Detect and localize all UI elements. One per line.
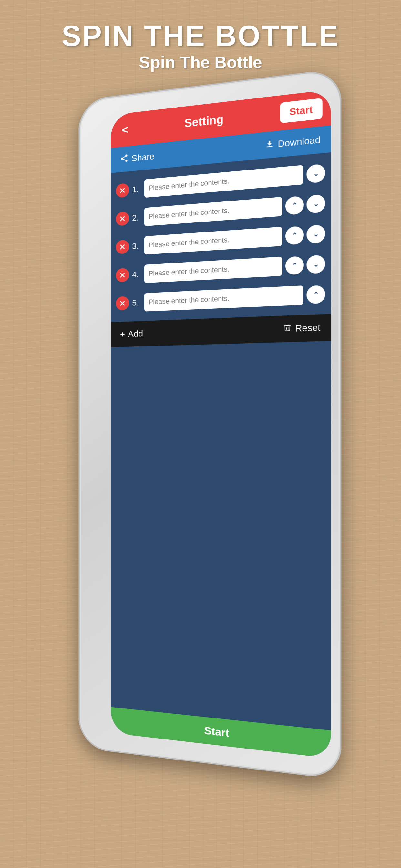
arrow-down-4[interactable]: ⌄ (306, 255, 325, 274)
arrow-up-4[interactable]: ⌃ (285, 256, 304, 275)
download-label: Download (278, 135, 320, 150)
arrow-buttons-5: ⌃ (306, 285, 325, 304)
footer-start-label: Start (204, 724, 229, 740)
start-button[interactable]: Start (280, 98, 322, 123)
svg-line-4 (123, 156, 125, 158)
reset-button[interactable]: Reset (283, 322, 320, 335)
arrow-up-2[interactable]: ⌃ (285, 196, 304, 215)
back-button[interactable]: < (118, 121, 132, 138)
trash-icon (283, 323, 291, 335)
delete-button-3[interactable] (116, 240, 129, 254)
row-number-2: 2. (132, 213, 141, 223)
row-number-1: 1. (132, 184, 141, 195)
arrow-down-1[interactable]: ⌄ (306, 164, 325, 183)
input-4[interactable] (144, 257, 282, 283)
page-title-main: SPIN THE BOTTLE (62, 20, 339, 53)
arrow-down-3[interactable]: ⌄ (306, 224, 325, 244)
row-number-4: 4. (132, 269, 141, 280)
arrow-down-2[interactable]: ⌄ (306, 194, 325, 214)
row-number-3: 3. (132, 241, 141, 251)
delete-button-4[interactable] (116, 268, 129, 282)
list-item: 5. ⌃ (116, 281, 326, 316)
share-icon (120, 153, 128, 165)
phone-screen: < Setting Start (111, 89, 331, 758)
svg-line-3 (123, 159, 125, 160)
svg-rect-5 (267, 146, 273, 147)
screen-title: Setting (132, 106, 280, 136)
row-number-5: 5. (132, 298, 141, 308)
page-title-sub: Spin The Bottle (139, 53, 262, 72)
footer-bar[interactable]: Start (111, 707, 331, 758)
input-1[interactable] (144, 165, 303, 197)
delete-button-2[interactable] (116, 211, 129, 226)
delete-button-1[interactable] (116, 183, 129, 198)
add-icon: + (120, 330, 125, 340)
download-button[interactable]: Download (265, 134, 320, 151)
arrow-up-3[interactable]: ⌃ (285, 226, 304, 245)
arrow-buttons-1: ⌄ (306, 164, 325, 183)
arrow-buttons-3: ⌃ ⌄ (285, 224, 325, 245)
arrow-buttons-4: ⌃ ⌄ (285, 255, 325, 275)
input-2[interactable] (144, 197, 282, 226)
arrow-buttons-2: ⌃ ⌄ (285, 194, 325, 215)
svg-point-2 (125, 159, 127, 161)
arrow-up-5[interactable]: ⌃ (306, 285, 325, 304)
phone-shell: < Setting Start (79, 68, 341, 780)
add-button[interactable]: + Add (120, 329, 143, 340)
share-button[interactable]: Share (120, 151, 154, 165)
reset-label: Reset (295, 322, 320, 334)
delete-button-5[interactable] (116, 296, 129, 311)
svg-point-0 (125, 154, 127, 157)
svg-point-1 (121, 157, 123, 159)
content-area: 1. ⌄ 2. (111, 152, 331, 322)
phone-device: < Setting Start (55, 85, 346, 795)
input-3[interactable] (144, 227, 282, 254)
download-icon (265, 138, 274, 151)
share-label: Share (131, 151, 154, 163)
add-label: Add (128, 329, 143, 339)
input-5[interactable] (144, 285, 303, 312)
page-title-area: SPIN THE BOTTLE Spin The Bottle (0, 0, 401, 72)
